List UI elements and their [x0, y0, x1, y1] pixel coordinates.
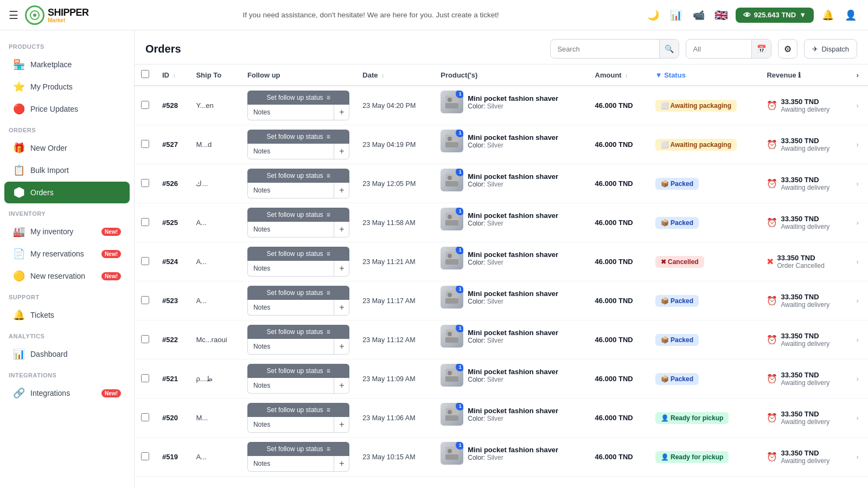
sidebar-item-new-order[interactable]: 🎁 New Order: [4, 137, 130, 159]
revenue-icon: ⏰: [767, 374, 777, 384]
set-follow-up-button[interactable]: Set follow up status ≡: [247, 208, 349, 222]
spreadsheet-icon[interactable]: 📊: [667, 7, 685, 24]
sort-lines-icon: ≡: [327, 328, 330, 336]
row-checkbox[interactable]: [141, 179, 149, 187]
notification-icon[interactable]: 🔔: [819, 7, 837, 24]
sidebar-item-new-reservation[interactable]: 🟡 New reservation New!: [4, 265, 130, 287]
notes-button[interactable]: Notes: [248, 457, 334, 470]
follow-up-label: Set follow up status: [267, 367, 323, 375]
follow-up-label: Set follow up status: [267, 133, 323, 140]
user-avatar-icon[interactable]: 👤: [842, 7, 859, 24]
header-id[interactable]: ID ↕: [156, 65, 189, 86]
notes-button[interactable]: Notes: [248, 301, 334, 314]
language-flag-icon[interactable]: 🇬🇧: [713, 7, 730, 24]
set-follow-up-button[interactable]: Set follow up status ≡: [247, 403, 349, 417]
product-quantity-badge: 1: [456, 208, 463, 215]
new-order-icon: 🎁: [13, 142, 25, 154]
sidebar-item-price-updates[interactable]: 🔴 Price Updates: [4, 98, 130, 120]
row-checkbox[interactable]: [141, 296, 149, 304]
sidebar-item-my-inventory[interactable]: 🏭 My inventory New!: [4, 221, 130, 242]
notes-add-button[interactable]: +: [334, 378, 349, 393]
product-name: Mini pocket fashion shaver: [468, 172, 558, 181]
sidebar-section-title-inventory: Inventory: [0, 204, 134, 220]
eye-icon: 👁: [743, 11, 751, 20]
status-badge: 📦 Packed: [655, 295, 699, 307]
notes-button[interactable]: Notes: [248, 145, 334, 158]
row-checkbox[interactable]: [141, 218, 149, 226]
filter-input[interactable]: [686, 45, 751, 53]
row-checkbox[interactable]: [141, 452, 149, 460]
video-icon[interactable]: 📹: [690, 7, 707, 24]
set-follow-up-button[interactable]: Set follow up status ≡: [247, 169, 349, 183]
notes-add-button[interactable]: +: [334, 300, 349, 315]
product-name: Mini pocket fashion shaver: [468, 133, 558, 142]
sidebar-item-tickets[interactable]: 🔔 Tickets: [4, 304, 130, 326]
header-date[interactable]: Date ↕: [356, 65, 434, 86]
dark-mode-icon[interactable]: 🌙: [644, 7, 662, 24]
notes-button[interactable]: Notes: [248, 223, 334, 236]
notes-add-button[interactable]: +: [334, 222, 349, 237]
balance-button[interactable]: 👁 925.643 TND ▼: [736, 8, 814, 23]
svg-rect-16: [445, 259, 458, 265]
revenue-sub: Awaiting delivery: [781, 418, 829, 426]
row-checkbox[interactable]: [141, 257, 149, 265]
search-box: 🔍: [550, 39, 679, 59]
header-amount[interactable]: Amount ↕: [589, 65, 649, 86]
sidebar-item-my-reservations[interactable]: 📄 My reservations New!: [4, 243, 130, 265]
notes-add-button[interactable]: +: [334, 105, 349, 120]
svg-rect-13: [445, 220, 458, 226]
row-checkbox[interactable]: [141, 335, 149, 343]
sidebar-item-dashboard[interactable]: 📊 Dashboard: [4, 343, 130, 365]
sidebar-item-bulk-import[interactable]: 📋 Bulk Import: [4, 159, 130, 181]
dispatch-button[interactable]: ✈ Dispatch: [804, 39, 857, 59]
notes-add-button[interactable]: +: [334, 144, 349, 159]
advanced-filter-button[interactable]: ⚙: [778, 39, 797, 59]
table-row: #521 ρ...ﻅ Set follow up status ≡ Notes …: [135, 359, 868, 399]
notes-add-button[interactable]: +: [334, 456, 349, 471]
notes-button[interactable]: Notes: [248, 184, 334, 197]
notes-button[interactable]: Notes: [248, 106, 334, 119]
set-follow-up-button[interactable]: Set follow up status ≡: [247, 91, 349, 105]
calendar-filter-button[interactable]: 📅: [751, 39, 771, 59]
sidebar-item-my-products[interactable]: ⭐ My Products: [4, 76, 130, 98]
menu-icon[interactable]: ☰: [9, 9, 18, 22]
set-follow-up-button[interactable]: Set follow up status ≡: [247, 286, 349, 300]
set-follow-up-button[interactable]: Set follow up status ≡: [247, 442, 349, 456]
set-follow-up-button[interactable]: Set follow up status ≡: [247, 130, 349, 144]
filter-box: 📅: [686, 39, 771, 59]
set-follow-up-button[interactable]: Set follow up status ≡: [247, 325, 349, 339]
set-follow-up-button[interactable]: Set follow up status ≡: [247, 364, 349, 378]
follow-up-cell: Set follow up status ≡ Notes +: [241, 320, 356, 359]
search-button[interactable]: 🔍: [659, 39, 679, 59]
row-checkbox[interactable]: [141, 413, 149, 421]
notes-add-button[interactable]: +: [334, 339, 349, 354]
header-ship-to[interactable]: Ship To: [189, 65, 240, 86]
set-follow-up-button[interactable]: Set follow up status ≡: [247, 247, 349, 261]
sidebar-item-marketplace[interactable]: 🏪 Marketplace: [4, 54, 130, 75]
order-date: 23 May 11:06 AM: [356, 399, 434, 438]
row-checkbox[interactable]: [141, 101, 149, 109]
notes-add-button[interactable]: +: [334, 417, 349, 432]
notes-button[interactable]: Notes: [248, 418, 334, 431]
notes-add-button[interactable]: +: [334, 183, 349, 198]
header-status[interactable]: ▼ Status: [649, 65, 761, 86]
order-amount: 46.000 TND: [589, 281, 649, 320]
notes-button[interactable]: Notes: [248, 340, 334, 353]
revenue-sub: Awaiting delivery: [781, 379, 829, 387]
notes-add-button[interactable]: +: [334, 261, 349, 276]
my-reservations-new-badge: New!: [101, 250, 121, 258]
row-checkbox[interactable]: [141, 140, 149, 148]
sidebar-item-orders[interactable]: 📦 Orders: [4, 182, 130, 203]
integrations-new-badge: New!: [101, 389, 121, 397]
sidebar-label-new-order: New Order: [30, 144, 121, 152]
select-all-checkbox[interactable]: [141, 70, 149, 78]
notes-button[interactable]: Notes: [248, 262, 334, 275]
row-checkbox[interactable]: [141, 374, 149, 382]
revenue-sub: Awaiting delivery: [781, 106, 829, 113]
notes-button[interactable]: Notes: [248, 379, 334, 392]
revenue-info: 33.350 TND Awaiting delivery: [781, 176, 829, 191]
product-quantity-badge: 1: [456, 130, 463, 137]
product-name: Mini pocket fashion shaver: [468, 446, 558, 454]
sidebar-item-integrations[interactable]: 🔗 Integrations New!: [4, 382, 130, 404]
search-input[interactable]: [551, 45, 659, 53]
